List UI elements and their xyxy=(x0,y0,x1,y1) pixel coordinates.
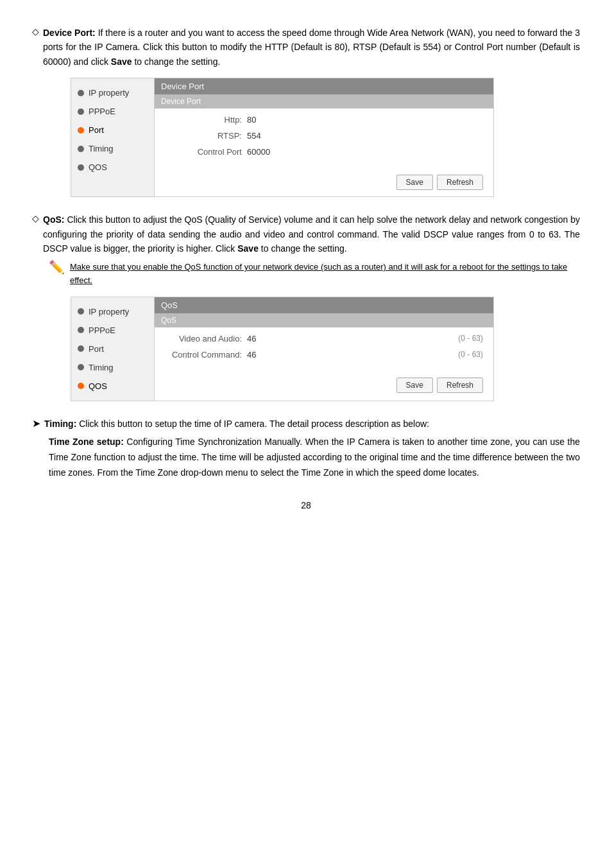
qos-bullet-line: ◇ QoS: Click this button to adjust the Q… xyxy=(32,213,580,256)
device-port-save-button[interactable]: Save xyxy=(396,175,433,190)
qos-panel: IP property PPPoE Port Timing QOS QoS Qo… xyxy=(71,297,494,401)
http-value: 80 xyxy=(247,115,483,125)
qos-form: Video and Audio: 46 (0 - 63) Control Com… xyxy=(155,327,493,372)
timing-bullet-line: ➤ Timing: Click this button to setup the… xyxy=(32,417,580,431)
qos-label: QoS: xyxy=(43,214,64,225)
control-command-range: (0 - 63) xyxy=(458,350,483,359)
sidebar-dot xyxy=(78,364,84,370)
sidebar-label-port-qos: Port xyxy=(89,344,104,354)
qos-note-block: ✏️ Make sure that you enable the QoS fun… xyxy=(49,261,580,288)
sidebar-item-pppoe-dp[interactable]: PPPoE xyxy=(71,102,154,121)
rtsp-label: RTSP: xyxy=(165,131,242,141)
device-port-main: Device Port Device Port Http: 80 RTSP: 5… xyxy=(155,78,493,196)
qos-buttons: Save Refresh xyxy=(155,372,493,399)
sidebar-item-timing-dp[interactable]: Timing xyxy=(71,139,154,158)
device-port-form: Http: 80 RTSP: 554 Control Port 60000 xyxy=(155,108,493,169)
time-zone-text: Configuring Time Synchronization Manuall… xyxy=(49,437,580,478)
diamond-bullet-qos: ◇ xyxy=(32,213,39,223)
qos-section: ◇ QoS: Click this button to adjust the Q… xyxy=(32,213,580,401)
sidebar-item-qos-dp[interactable]: QOS xyxy=(71,158,154,177)
timing-time-zone-para: Time Zone setup: Configuring Time Synchr… xyxy=(49,435,580,480)
device-port-description: Device Port: If there is a router and yo… xyxy=(43,26,580,69)
sidebar-dot xyxy=(78,308,84,315)
qos-refresh-button[interactable]: Refresh xyxy=(437,378,483,393)
qos-sidebar: IP property PPPoE Port Timing QOS xyxy=(71,297,155,401)
qos-description: QoS: Click this button to adjust the QoS… xyxy=(43,213,580,256)
sidebar-dot xyxy=(78,327,84,333)
control-command-row: Control Command: 46 (0 - 63) xyxy=(165,350,483,360)
sidebar-dot xyxy=(78,164,84,171)
device-port-sidebar: IP property PPPoE Port Timing QOS xyxy=(71,78,155,196)
sidebar-label-timing-qos: Timing xyxy=(89,363,114,372)
timing-section: ➤ Timing: Click this button to setup the… xyxy=(32,417,580,481)
video-audio-label: Video and Audio: xyxy=(165,334,242,343)
sidebar-dot-active xyxy=(78,383,84,389)
sidebar-label-port-dp: Port xyxy=(89,125,104,135)
device-port-title: Device Port xyxy=(155,78,493,94)
diamond-bullet-device-port: ◇ xyxy=(32,26,39,37)
sidebar-label-timing-dp: Timing xyxy=(89,144,114,153)
pencil-icon: ✏️ xyxy=(49,259,65,275)
rtsp-row: RTSP: 554 xyxy=(165,131,483,141)
sidebar-label-qos-qos: QOS xyxy=(89,381,107,391)
sidebar-item-ip-property-qos[interactable]: IP property xyxy=(71,302,154,321)
qos-main: QoS QoS Video and Audio: 46 (0 - 63) Con… xyxy=(155,297,493,401)
device-port-section: ◇ Device Port: If there is a router and … xyxy=(32,26,580,197)
sidebar-item-port-qos[interactable]: Port xyxy=(71,340,154,358)
sidebar-item-timing-qos[interactable]: Timing xyxy=(71,358,154,377)
qos-note-text: Make sure that you enable the QoS functi… xyxy=(70,261,580,288)
video-audio-row: Video and Audio: 46 (0 - 63) xyxy=(165,334,483,343)
device-port-subtitle: Device Port xyxy=(155,94,493,108)
sidebar-label-ip-property-qos: IP property xyxy=(89,307,129,317)
device-port-label: Device Port: xyxy=(43,28,96,38)
device-port-panel: IP property PPPoE Port Timing QOS Device… xyxy=(71,78,494,197)
page-number: 28 xyxy=(32,500,580,510)
device-port-refresh-button[interactable]: Refresh xyxy=(437,175,483,190)
time-zone-label: Time Zone setup: xyxy=(49,437,124,447)
sidebar-dot xyxy=(78,108,84,115)
timing-description: Timing: Click this button to setup the t… xyxy=(44,417,429,431)
qos-subtitle: QoS xyxy=(155,313,493,327)
qos-save-button[interactable]: Save xyxy=(396,378,433,393)
arrow-bullet-timing: ➤ xyxy=(32,417,40,430)
sidebar-label-pppoe-dp: PPPoE xyxy=(89,107,115,116)
timing-label: Timing: xyxy=(44,419,76,429)
device-port-buttons: Save Refresh xyxy=(155,169,493,196)
control-command-label: Control Command: xyxy=(165,350,242,360)
sidebar-label-qos-dp: QOS xyxy=(89,162,107,172)
sidebar-item-qos-qos[interactable]: QOS xyxy=(71,377,154,395)
sidebar-label-ip-property-dp: IP property xyxy=(89,88,129,98)
sidebar-label-pppoe-qos: PPPoE xyxy=(89,326,115,335)
rtsp-value: 554 xyxy=(247,131,483,141)
sidebar-dot xyxy=(78,90,84,96)
sidebar-item-pppoe-qos[interactable]: PPPoE xyxy=(71,321,154,340)
video-audio-value: 46 xyxy=(247,334,458,343)
http-row: Http: 80 xyxy=(165,115,483,125)
sidebar-dot xyxy=(78,146,84,152)
sidebar-item-ip-property-dp[interactable]: IP property xyxy=(71,83,154,102)
control-command-value: 46 xyxy=(247,350,458,360)
control-port-label: Control Port xyxy=(165,147,242,157)
sidebar-dot xyxy=(78,345,84,352)
qos-title: QoS xyxy=(155,297,493,313)
control-port-value: 60000 xyxy=(247,147,483,157)
video-audio-range: (0 - 63) xyxy=(458,334,483,343)
sidebar-item-port-dp[interactable]: Port xyxy=(71,121,154,139)
device-port-bullet-line: ◇ Device Port: If there is a router and … xyxy=(32,26,580,69)
http-label: Http: xyxy=(165,115,242,125)
sidebar-dot-active xyxy=(78,127,84,134)
control-port-row: Control Port 60000 xyxy=(165,147,483,157)
